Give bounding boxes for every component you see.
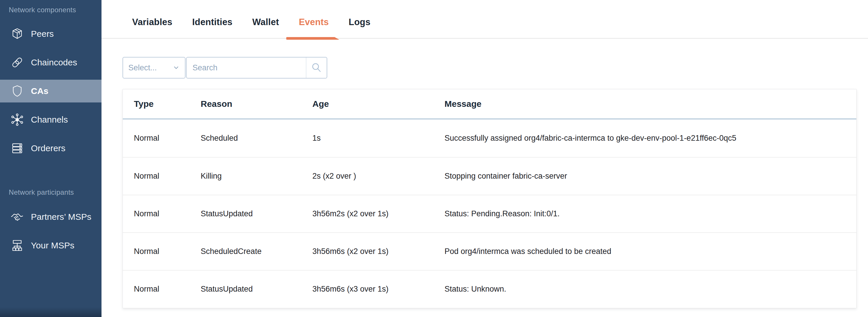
sidebar-item-label: Your MSPs [31,240,74,251]
sidebar: Network components Peers Chaincodes CAs … [0,0,101,317]
sidebar-section-network-components: Network components [9,6,101,14]
sidebar-item-channels[interactable]: Channels [0,108,101,131]
sidebar-item-label: CAs [31,86,49,96]
chevron-down-icon [173,64,180,71]
column-header-message: Message [444,99,856,109]
table-row: Normal StatusUpdated 3h56m2s (x2 over 1s… [123,195,856,232]
cell-message: Pod org4/intermca was scheduled to be cr… [444,247,856,256]
cell-age: 3h56m6s (x2 over 1s) [312,247,444,256]
sidebar-section-network-participants: Network participants [9,188,101,197]
cell-type: Normal [134,285,201,294]
search-button[interactable] [306,58,327,78]
table-row: Normal Killing 2s (x2 over ) Stopping co… [123,157,856,195]
cell-reason: Killing [201,172,312,181]
sidebar-item-your-msps[interactable]: Your MSPs [0,234,101,257]
cell-age: 3h56m2s (x2 over 1s) [312,209,444,218]
search-icon [311,62,322,74]
table-row: Normal Scheduled 1s Successfully assigne… [123,119,856,157]
tab-identities[interactable]: Identities [192,17,232,38]
handshake-icon [10,210,24,224]
tab-bar: Variables Identities Wallet Events Logs [101,0,868,39]
sidebar-item-cas[interactable]: CAs [0,80,101,103]
cell-age: 3h56m6s (x3 over 1s) [312,285,444,294]
table-row: Normal ScheduledCreate 3h56m6s (x2 over … [123,232,856,270]
hub-icon [10,113,24,126]
column-header-age: Age [312,99,444,109]
select-placeholder: Select... [128,63,173,73]
sidebar-item-label: Channels [31,115,68,125]
sidebar-item-orderers[interactable]: Orderers [0,137,101,160]
table-row: Normal StatusUpdated 3h56m6s (x3 over 1s… [123,270,856,308]
sidebar-item-partners-msps[interactable]: Partners’ MSPs [0,205,101,228]
filter-bar: Select... [123,57,868,79]
cell-type: Normal [134,134,201,143]
cell-reason: StatusUpdated [201,285,312,294]
cell-age: 2s (x2 over ) [312,172,444,181]
cell-message: Stopping container fabric-ca-server [444,172,856,181]
chain-icon [10,56,24,69]
column-header-reason: Reason [201,99,312,109]
orgchart-icon [10,239,24,252]
tab-variables[interactable]: Variables [132,17,173,38]
cell-reason: ScheduledCreate [201,247,312,256]
shield-icon [10,84,24,98]
servers-icon [10,142,24,155]
event-type-select[interactable]: Select... [123,57,186,79]
cell-type: Normal [134,209,201,218]
main-content: Variables Identities Wallet Events Logs … [101,0,868,317]
table-header: Type Reason Age Message [123,89,856,119]
tab-logs[interactable]: Logs [348,17,370,38]
cube-icon [10,27,24,40]
cell-message: Status: Pending.Reason: Init:0/1. [444,209,856,218]
sidebar-item-label: Peers [31,29,54,39]
sidebar-item-label: Orderers [31,143,65,153]
cell-type: Normal [134,172,201,181]
sidebar-item-peers[interactable]: Peers [0,23,101,45]
sidebar-item-label: Partners’ MSPs [31,212,91,222]
column-header-type: Type [134,99,201,109]
sidebar-item-chaincodes[interactable]: Chaincodes [0,51,101,74]
cell-type: Normal [134,247,201,256]
tab-wallet[interactable]: Wallet [252,17,279,38]
sidebar-item-label: Chaincodes [31,58,77,67]
cell-message: Status: Unknown. [444,285,856,294]
search-input[interactable] [187,58,306,78]
cell-reason: StatusUpdated [201,209,312,218]
cell-reason: Scheduled [201,134,312,143]
cell-message: Successfully assigned org4/fabric-ca-int… [444,134,856,143]
search-box [186,57,327,79]
cell-age: 1s [312,134,444,143]
events-table: Type Reason Age Message Normal Scheduled… [123,89,857,308]
tab-events[interactable]: Events [299,17,329,38]
